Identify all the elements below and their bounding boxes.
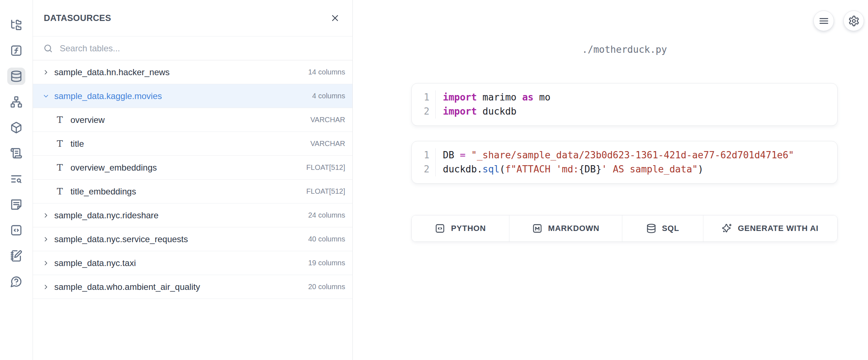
sidebar-item-datasources[interactable] [7,68,25,85]
code-token: = [460,150,466,160]
table-name: sample_data.nyc.rideshare [54,210,158,220]
line-numbers: 12 [412,90,436,119]
table-row[interactable]: sample_data.nyc.service_requests40 colum… [33,227,352,251]
marimo-app: DATASOURCES sample_data.hn.hacker_news14… [0,0,868,360]
column-name: overview [71,115,105,125]
code-token: {DB} [579,164,602,175]
table-row[interactable]: sample_data.nyc.taxi19 columns [33,251,352,275]
column-row[interactable]: ToverviewVARCHAR [33,108,352,132]
add-cell-python-button[interactable]: PYTHON [412,215,509,241]
text-search-icon [10,173,22,185]
code-token: sql [483,164,500,175]
search-icon [43,43,53,53]
message-question-icon [10,275,22,288]
add-cell-generate-with-ai-button[interactable]: GENERATE WITH AI [703,215,837,241]
sidebar-item-scratchpad[interactable] [7,247,25,265]
table-columns-count: 14 columns [308,68,345,76]
add-cell-markdown-button[interactable]: MARKDOWN [509,215,622,241]
notebook-pen-icon [10,250,22,262]
square-m-icon [532,223,542,233]
line-numbers: 12 [412,148,436,176]
code-token: import [443,92,477,103]
panel-header: DATASOURCES [33,0,352,37]
table-columns-count: 4 columns [312,92,345,100]
sidebar-item-tracebacks[interactable] [7,170,25,188]
datasources-panel: DATASOURCES sample_data.hn.hacker_news14… [33,0,353,360]
sidebar-item-dependencies[interactable] [7,93,25,111]
sidebar-item-file-explorer[interactable] [7,16,25,34]
type-text-icon: T [57,115,63,124]
activity-sidebar [0,0,33,360]
code-token [466,150,471,160]
tables-tree: sample_data.hn.hacker_news14 columnssamp… [33,60,352,360]
add-cell-button-label: PYTHON [451,224,486,233]
sidebar-item-packages[interactable] [7,119,25,136]
table-columns-count: 19 columns [308,259,345,267]
close-panel-button[interactable] [329,12,342,25]
table-name: sample_data.who.ambient_air_quality [54,282,200,292]
code-line: DB = "_share/sample_data/23b0d623-1361-4… [443,148,794,162]
code-token: duckdb [477,106,517,117]
table-row[interactable]: sample_data.hn.hacker_news14 columns [33,60,352,84]
table-row[interactable]: sample_data.kaggle.movies4 columns [33,84,352,108]
code-cell[interactable]: 12import marimo as moimport duckdb [411,83,838,126]
column-row[interactable]: Ttitle_embeddingsFLOAT[512] [33,180,352,203]
table-name: sample_data.nyc.taxi [54,258,136,268]
column-dtype: FLOAT[512] [306,187,345,196]
sidebar-item-logs[interactable] [7,145,25,162]
table-row[interactable]: sample_data.who.ambient_air_quality20 co… [33,275,352,299]
cell-code[interactable]: import marimo as moimport duckdb [436,90,550,119]
column-row[interactable]: TtitleVARCHAR [33,132,352,156]
chevron-right-icon [42,283,50,291]
add-cell-button-label: MARKDOWN [548,224,600,233]
sparkles-icon [722,223,732,233]
cell-code[interactable]: DB = "_share/sample_data/23b0d623-1361-4… [436,148,794,176]
notebook-column: ./motherduck.py 12import marimo as moimp… [411,0,838,242]
chevron-right-icon [42,236,50,243]
sticky-note-icon [10,198,22,211]
code-cell[interactable]: 12DB = "_share/sample_data/23b0d623-1361… [411,141,838,184]
search-bar [33,37,352,60]
table-name: sample_data.hn.hacker_news [54,67,170,77]
function-square-icon [10,44,22,57]
type-text-icon: T [57,187,63,196]
chevron-right-icon [42,69,50,76]
sidebar-item-variables[interactable] [7,42,25,59]
database-icon [10,70,22,82]
code-token: as [522,92,533,103]
type-text-icon: T [57,163,63,172]
table-row[interactable]: sample_data.nyc.rideshare24 columns [33,203,352,227]
notebook-filename[interactable]: ./motherduck.py [411,44,838,55]
table-columns-count: 40 columns [308,235,345,243]
settings-button[interactable] [843,10,864,31]
sidebar-item-help[interactable] [7,273,25,290]
database-icon [646,223,656,233]
code-token: import [443,106,477,117]
add-cell-button-label: SQL [662,224,679,233]
table-name: sample_data.kaggle.movies [54,91,162,101]
chevron-right-icon [42,212,50,219]
line-number: 2 [412,162,429,176]
code-token: ' AS sample_data" [601,164,698,175]
code-token: mo [533,92,550,103]
scroll-text-icon [10,147,22,159]
folder-tree-icon [10,19,22,31]
sidebar-item-snippets[interactable] [7,196,25,213]
type-text-icon: T [57,139,63,148]
column-dtype: FLOAT[512] [306,163,345,172]
code-line: import marimo as mo [443,90,550,104]
table-columns-count: 24 columns [308,211,345,219]
box-icon [10,121,22,134]
column-row[interactable]: Toverview_embeddingsFLOAT[512] [33,156,352,180]
search-tables-input[interactable] [60,43,342,53]
column-name: title [71,139,84,149]
add-cell-sql-button[interactable]: SQL [622,215,703,241]
code-token: "_share/sample_data/23b0d623-1361-421d-a… [471,150,794,160]
line-number: 1 [412,148,429,162]
close-icon [330,13,340,23]
cells-container: 12import marimo as moimport duckdb12DB =… [411,83,838,184]
column-name: title_embeddings [71,187,136,197]
add-cell-button-label: GENERATE WITH AI [738,224,818,233]
sidebar-item-outline[interactable] [7,222,25,239]
code-token: DB [443,150,460,160]
